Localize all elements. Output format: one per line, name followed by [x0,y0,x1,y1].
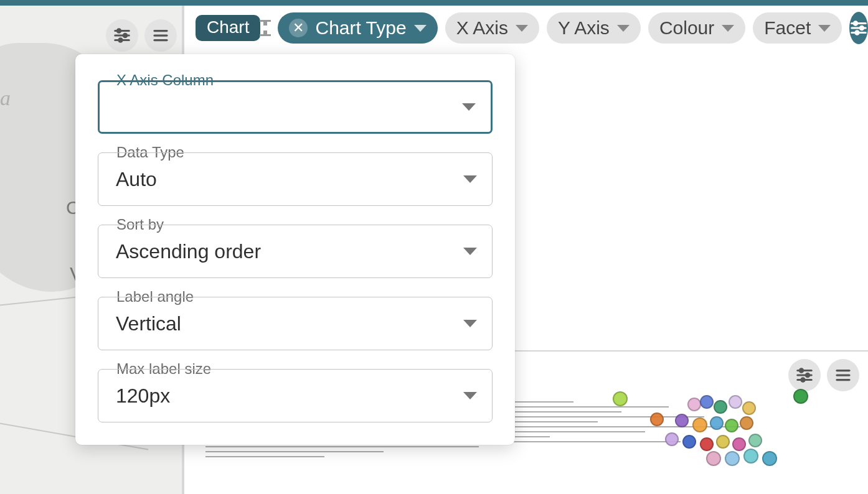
chip-label: Colour [659,17,714,39]
tree-node[interactable] [762,451,777,466]
chart-panel: Chart ✕ Chart Type X Axis Y Axis Colour [187,6,868,494]
chevron-down-icon [463,320,477,327]
chip-label: Y Axis [558,17,610,39]
close-icon[interactable]: ✕ [289,19,308,37]
field-x-axis-column[interactable]: X Axis Column [98,80,493,134]
svg-point-23 [801,378,805,382]
tree-node[interactable] [700,395,714,409]
chevron-down-icon [414,25,427,32]
tree-node[interactable] [650,412,664,426]
settings-button[interactable] [788,359,821,391]
tree-node[interactable] [716,435,730,449]
tree-node[interactable] [732,437,746,451]
tree-node[interactable] [714,400,727,414]
field-label-angle[interactable]: Label angle Vertical [98,297,493,350]
field-data-type[interactable]: Data Type Auto [98,152,493,206]
chip-label: X Axis [456,17,508,39]
svg-point-13 [861,26,864,30]
svg-point-12 [854,22,858,26]
chip-chart-type[interactable]: ✕ Chart Type [278,12,437,44]
svg-point-3 [117,29,121,33]
sliders-icon [849,19,868,37]
chip-colour[interactable]: Colour [648,12,745,44]
tree-node[interactable] [729,395,742,409]
field-value: Ascending order [116,240,261,263]
tree-node[interactable] [743,449,758,464]
hamburger-icon [151,26,170,45]
tree-controls [788,359,859,391]
chevron-down-icon [463,248,477,255]
chip-label: Chart Type [315,17,406,39]
tree-node[interactable] [793,389,808,404]
chip-label: Facet [764,17,811,39]
chip-x-axis[interactable]: X Axis [445,12,539,44]
svg-point-4 [123,34,127,37]
hamburger-icon [834,366,852,384]
sliders-icon [113,26,131,45]
chart-badge: Chart [196,15,260,41]
chevron-down-icon [463,392,477,399]
settings-button[interactable] [849,12,868,44]
chevron-down-icon [722,25,734,32]
x-axis-settings-popover: X Axis Column Data Type Auto Sort by Asc… [75,54,515,445]
tree-node[interactable] [613,391,628,406]
chevron-down-icon [463,175,477,183]
field-value: 120px [116,384,170,408]
chevron-down-icon [617,25,630,32]
main-area: a Ca V Chart ✕ Chart Type [0,6,868,494]
tree-node[interactable] [740,416,753,430]
field-value: Vertical [116,312,181,335]
chevron-down-icon [818,25,831,32]
settings-button[interactable] [106,19,138,52]
svg-point-21 [800,369,803,373]
map-controls [106,19,177,52]
tree-node[interactable] [682,435,696,449]
menu-button[interactable] [827,359,859,391]
tree-node[interactable] [692,417,707,432]
tree-node[interactable] [675,414,689,427]
chip-facet[interactable]: Facet [753,12,842,44]
svg-point-22 [806,373,809,377]
tree-node[interactable] [687,398,701,411]
tree-node[interactable] [700,437,714,451]
tree-node[interactable] [665,432,679,446]
field-max-label-size[interactable]: Max label size 120px [98,369,493,422]
chevron-down-icon [516,25,528,32]
field-sort-by[interactable]: Sort by Ascending order [98,225,493,278]
tree-node[interactable] [706,451,721,466]
chevron-down-icon [462,103,476,111]
tree-node[interactable] [710,416,724,430]
tree-node[interactable] [742,401,756,415]
tree-node-cluster[interactable] [606,389,818,494]
tree-node[interactable] [725,451,740,466]
svg-point-5 [119,39,123,42]
menu-button[interactable] [144,19,177,52]
map-label: a [0,86,11,110]
chip-y-axis[interactable]: Y Axis [547,12,641,44]
field-value: Auto [116,168,157,191]
tree-node[interactable] [748,434,762,447]
chart-toolbar: Chart ✕ Chart Type X Axis Y Axis Colour [196,12,859,44]
sliders-icon [795,366,814,384]
window-top-strip [0,0,868,6]
tree-node[interactable] [725,419,738,432]
svg-point-14 [856,31,859,35]
